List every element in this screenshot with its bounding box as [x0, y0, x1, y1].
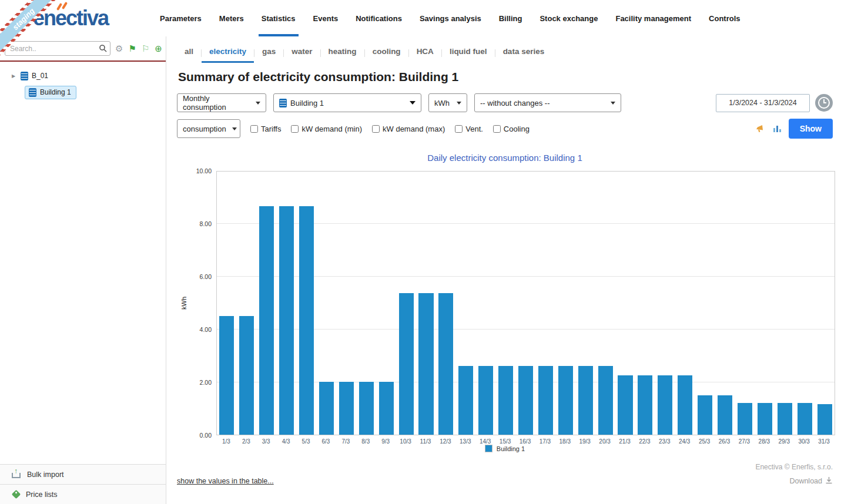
flag-outline-icon[interactable]: ⚐ [142, 44, 149, 53]
chart-bar[interactable] [339, 382, 354, 435]
chart-bar[interactable] [758, 403, 772, 435]
x-tick-label: 29/3 [774, 438, 794, 445]
bar-chart-icon[interactable] [773, 125, 782, 133]
tab-cooling[interactable]: cooling [365, 43, 408, 63]
chart-bar[interactable] [618, 375, 632, 435]
search-input[interactable] [5, 41, 110, 56]
unit-select-value: kWh [434, 99, 450, 107]
tab-electricity[interactable]: electricity [202, 43, 254, 63]
checkbox-label: Tariffs [261, 125, 281, 133]
nav-item-billing[interactable]: Billing [499, 0, 522, 36]
x-tick-label: 8/3 [356, 438, 376, 445]
type-select[interactable]: consumption [177, 119, 240, 138]
kw-demand-max-checkbox-input[interactable] [372, 125, 380, 133]
chart-bar[interactable] [279, 206, 294, 435]
meter-icon [279, 99, 287, 107]
show-button[interactable]: Show [789, 119, 833, 139]
chart-bar[interactable] [359, 382, 374, 435]
show-values-table-link[interactable]: show the values in the table... [177, 477, 274, 485]
flag-icon[interactable]: ⚑ [128, 44, 136, 53]
chart-bar[interactable] [478, 366, 493, 435]
chart-bar[interactable] [418, 293, 433, 435]
building-select-value: Building 1 [290, 99, 324, 107]
nav-item-statistics[interactable]: Statistics [262, 0, 296, 36]
chart-bar[interactable] [778, 403, 792, 435]
cooling-checkbox-input[interactable] [493, 125, 501, 133]
nav-item-notifications[interactable]: Notifications [356, 0, 402, 36]
nav-item-facility-management[interactable]: Facility management [615, 0, 691, 36]
tree-item-b01[interactable]: ▶ B_01 [0, 68, 166, 84]
expander-icon[interactable]: ▶ [12, 73, 17, 79]
tab-liquid-fuel[interactable]: liquid fuel [442, 43, 495, 63]
changes-select[interactable]: -- without changes -- [474, 93, 621, 112]
nav-item-stock-exchange[interactable]: Stock exchange [540, 0, 598, 36]
kw-demand-min-checkbox-input[interactable] [291, 125, 299, 133]
add-circle-icon[interactable]: ⊕ [155, 44, 162, 53]
tariffs-checkbox-input[interactable] [250, 125, 258, 133]
x-tick-label: 21/3 [615, 438, 635, 445]
nav-item-meters[interactable]: Meters [219, 0, 244, 36]
vent-checkbox-input[interactable] [455, 125, 463, 133]
checkbox-kw-demand-max[interactable]: kW demand (max) [372, 125, 445, 133]
price-lists-item[interactable]: Price lists [0, 484, 166, 504]
checkbox-label: Vent. [465, 125, 483, 133]
chart-bar[interactable] [458, 366, 473, 435]
download-button[interactable]: Download [789, 476, 833, 486]
checkbox-cooling[interactable]: Cooling [493, 125, 530, 133]
chart-bar[interactable] [738, 403, 752, 435]
tab-water[interactable]: water [284, 43, 320, 63]
period-select[interactable]: Monthly consumption [177, 93, 266, 112]
tree-selected-chip[interactable]: Building 1 [25, 86, 76, 99]
nav-item-parameters[interactable]: Parameters [160, 0, 202, 36]
chart-bar[interactable] [319, 382, 334, 435]
chart-bar[interactable] [538, 366, 553, 435]
x-tick-label: 6/3 [316, 438, 336, 445]
chart-bar[interactable] [817, 404, 832, 435]
chart-bar[interactable] [698, 395, 712, 435]
megaphone-icon[interactable] [755, 124, 766, 133]
date-range-input[interactable] [716, 94, 810, 112]
nav-item-controls[interactable]: Controls [709, 0, 740, 36]
chart-bar[interactable] [259, 206, 274, 435]
bulk-import-item[interactable]: ↑ Bulk import [0, 464, 166, 484]
chart-bar[interactable] [438, 293, 453, 435]
chart-bar[interactable] [578, 366, 593, 435]
settings-icon[interactable]: ⚙ [115, 44, 123, 53]
chart-bar[interactable] [518, 366, 533, 435]
tab-heating[interactable]: heating [321, 43, 364, 63]
chart-bar[interactable] [399, 293, 414, 435]
nav-item-savings-analysis[interactable]: Savings analysis [420, 0, 481, 36]
chart-bar[interactable] [239, 316, 254, 435]
x-tick-label: 24/3 [675, 438, 695, 445]
chart-bar[interactable] [718, 395, 732, 435]
tab-data-series[interactable]: data series [495, 43, 552, 63]
tab-gas[interactable]: gas [254, 43, 283, 63]
checkbox-kw-demand-min[interactable]: kW demand (min) [291, 125, 362, 133]
chart-bar[interactable] [299, 206, 314, 435]
x-tick-label: 4/3 [276, 438, 296, 445]
nav-item-events[interactable]: Events [313, 0, 339, 36]
chart-bar[interactable] [558, 366, 573, 435]
clock-icon[interactable] [815, 94, 833, 112]
y-tick-label: 6.00 [180, 273, 212, 280]
bulk-import-label: Bulk import [27, 471, 64, 479]
x-tick-label: 23/3 [655, 438, 675, 445]
tab-all[interactable]: all [177, 43, 201, 63]
unit-select[interactable]: kWh [428, 93, 467, 112]
chart-bar[interactable] [638, 375, 652, 435]
tree-item-building-1[interactable]: Building 1 [0, 84, 166, 100]
chart-bar[interactable] [678, 375, 692, 435]
search-icon[interactable] [99, 44, 107, 55]
checkbox-vent[interactable]: Vent. [455, 125, 483, 133]
chart-bar[interactable] [798, 403, 812, 435]
chart-bar[interactable] [219, 316, 234, 435]
building-select[interactable]: Building 1 [273, 93, 421, 112]
chart-bar[interactable] [379, 382, 394, 435]
checkbox-tariffs[interactable]: Tariffs [250, 125, 281, 133]
chart-bar[interactable] [658, 375, 672, 435]
chart-bar[interactable] [598, 366, 613, 435]
x-axis: 1/32/33/34/35/36/37/38/39/310/311/312/31… [216, 438, 835, 448]
chart-bar[interactable] [498, 366, 513, 435]
tab-hca[interactable]: HCA [409, 43, 441, 63]
y-tick-label: 10.00 [180, 167, 212, 174]
